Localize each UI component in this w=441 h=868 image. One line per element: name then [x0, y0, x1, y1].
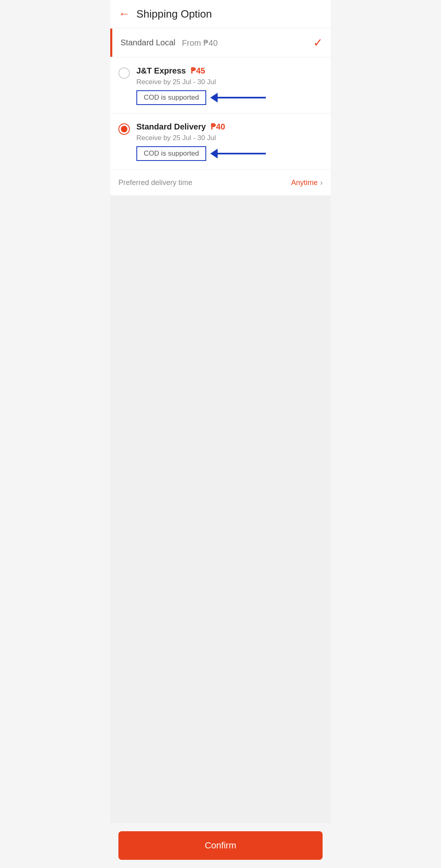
option-standard-delivery[interactable]: Standard Delivery ₱40 Receive by 25 Jul …	[110, 114, 331, 170]
confirm-button[interactable]: Confirm	[118, 831, 323, 860]
chevron-right-icon: ›	[320, 179, 323, 187]
header: ← Shipping Option	[110, 0, 331, 28]
arrow-body-standard	[217, 153, 266, 154]
cod-badge-standard: COD is supported	[136, 146, 206, 161]
option-jt-express-price: ₱45	[191, 66, 205, 76]
arrow-indicator-jt	[210, 93, 266, 103]
option-standard-delivery-name: Standard Delivery	[136, 122, 206, 132]
preferred-delivery-right: Anytime ›	[291, 179, 323, 187]
preferred-delivery-label: Preferred delivery time	[118, 179, 192, 187]
shipping-options-list: J&T Express ₱45 Receive by 25 Jul - 30 J…	[110, 58, 331, 195]
option-standard-delivery-content: Standard Delivery ₱40 Receive by 25 Jul …	[136, 122, 323, 161]
option-standard-delivery-name-row: Standard Delivery ₱40	[136, 122, 323, 132]
preferred-delivery-row[interactable]: Preferred delivery time Anytime ›	[110, 170, 331, 195]
section-header-left: Standard Local From ₱40	[120, 38, 218, 48]
cod-badge-jt-express: COD is supported	[136, 90, 206, 105]
empty-space	[110, 195, 331, 823]
section-label: Standard Local	[120, 38, 176, 47]
page-title: Shipping Option	[136, 8, 212, 20]
arrow-body-jt	[217, 97, 266, 98]
arrow-indicator-standard	[210, 149, 266, 158]
option-jt-express-cod-row: COD is supported	[136, 90, 323, 105]
option-jt-express[interactable]: J&T Express ₱45 Receive by 25 Jul - 30 J…	[110, 58, 331, 114]
option-jt-express-content: J&T Express ₱45 Receive by 25 Jul - 30 J…	[136, 66, 323, 105]
radio-inner-standard	[121, 126, 127, 132]
back-button[interactable]: ←	[118, 7, 130, 20]
page: ← Shipping Option Standard Local From ₱4…	[110, 0, 331, 868]
option-jt-express-name: J&T Express	[136, 66, 186, 76]
section-header: Standard Local From ₱40 ✓	[110, 29, 331, 57]
option-jt-express-date: Receive by 25 Jul - 30 Jul	[136, 78, 323, 86]
radio-standard-delivery[interactable]	[118, 123, 130, 135]
selected-checkmark-icon: ✓	[313, 36, 323, 49]
section-from-price: From ₱40	[182, 38, 218, 48]
option-standard-delivery-price: ₱40	[211, 122, 225, 132]
option-jt-express-name-row: J&T Express ₱45	[136, 66, 323, 76]
option-standard-delivery-cod-row: COD is supported	[136, 146, 323, 161]
option-standard-delivery-date: Receive by 25 Jul - 30 Jul	[136, 134, 323, 142]
preferred-delivery-value: Anytime	[291, 179, 318, 187]
radio-jt-express[interactable]	[118, 67, 130, 79]
